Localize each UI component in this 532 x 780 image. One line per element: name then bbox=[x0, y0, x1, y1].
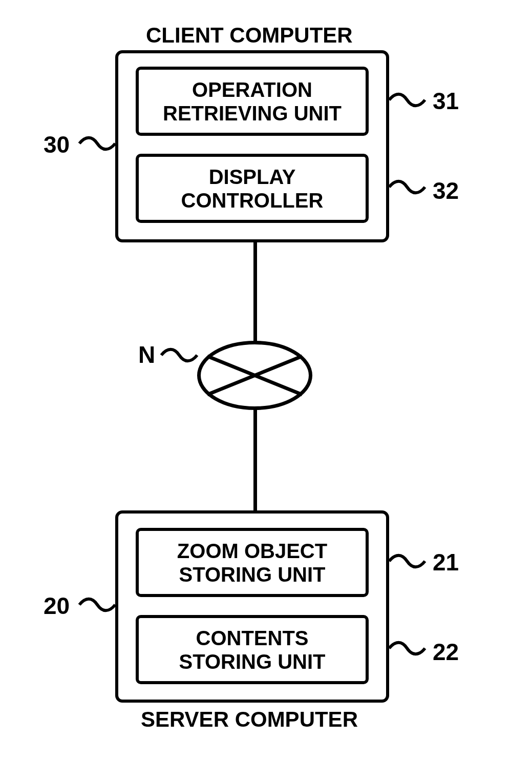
ref-31: 31 bbox=[433, 87, 459, 115]
operation-retrieving-unit-label: OPERATION RETRIEVING UNIT bbox=[163, 78, 342, 125]
contents-storing-unit-label: CONTENTS STORING UNIT bbox=[179, 626, 326, 673]
connector-network-server bbox=[253, 409, 257, 510]
ref-n: N bbox=[138, 341, 155, 368]
ref-wave-22 bbox=[389, 638, 425, 659]
zoom-object-storing-unit-box: ZOOM OBJECT STORING UNIT bbox=[136, 528, 369, 597]
ref-20: 20 bbox=[44, 592, 70, 620]
ref-30: 30 bbox=[44, 131, 70, 158]
zoom-object-storing-unit-label: ZOOM OBJECT STORING UNIT bbox=[177, 539, 327, 586]
ref-wave-21 bbox=[389, 551, 425, 571]
contents-storing-unit-box: CONTENTS STORING UNIT bbox=[136, 615, 369, 684]
ref-wave-20 bbox=[79, 594, 115, 615]
ref-22: 22 bbox=[433, 638, 459, 666]
operation-retrieving-unit-box: OPERATION RETRIEVING UNIT bbox=[136, 67, 369, 136]
network-node-icon bbox=[197, 341, 312, 410]
server-title: SERVER COMPUTER bbox=[141, 707, 358, 732]
display-controller-label: DISPLAY CONTROLLER bbox=[181, 165, 324, 212]
ref-32: 32 bbox=[433, 177, 459, 204]
ref-wave-30 bbox=[79, 133, 115, 154]
connector-client-network bbox=[253, 242, 257, 341]
display-controller-box: DISPLAY CONTROLLER bbox=[136, 154, 369, 223]
ref-21: 21 bbox=[433, 548, 459, 576]
ref-wave-n bbox=[161, 345, 197, 365]
ref-wave-31 bbox=[389, 90, 425, 110]
ref-wave-32 bbox=[389, 177, 425, 197]
client-title: CLIENT COMPUTER bbox=[146, 23, 353, 48]
system-block-diagram: CLIENT COMPUTER 30 OPERATION RETRIEVING … bbox=[0, 0, 532, 780]
